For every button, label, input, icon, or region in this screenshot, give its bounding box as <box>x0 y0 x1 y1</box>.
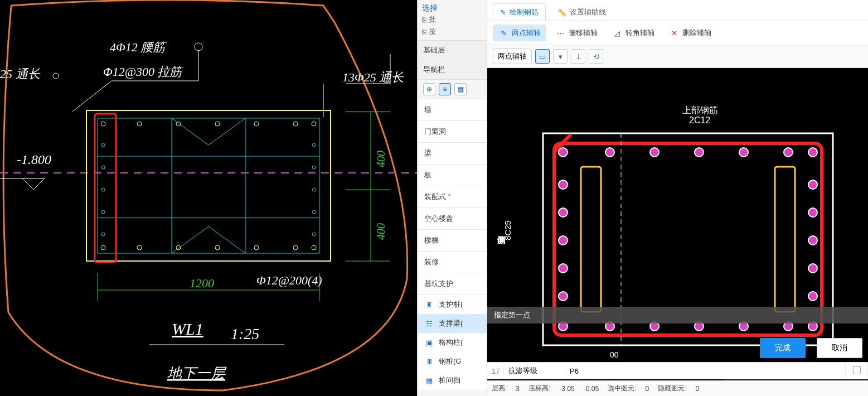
row-label: 抗渗等级 <box>504 363 565 379</box>
svg-point-35 <box>312 166 316 169</box>
floor-selector[interactable]: 基础层 <box>418 41 487 60</box>
cad-drawing: 4Φ12 腰筋 Φ12@300 拉筋 25 通长 13Φ25 通长 -1.800 <box>0 0 417 396</box>
view-tree-icon[interactable]: ⊕ <box>423 83 435 95</box>
snap-icon[interactable]: ⟲ <box>589 49 603 64</box>
draw-mode-toolbar: 两点辅轴 ▭ ▾ ⊥ ⟲ <box>487 45 868 68</box>
cat-wall[interactable]: 墙 <box>418 99 487 121</box>
svg-point-21 <box>312 122 316 126</box>
svg-point-15 <box>101 122 105 126</box>
toolbar-batch[interactable]: ⎘批 <box>422 15 482 25</box>
svg-text:13Φ25 通长: 13Φ25 通长 <box>342 70 404 84</box>
ok-button[interactable]: 完成 <box>760 338 806 358</box>
svg-point-77 <box>559 180 568 189</box>
command-prompt: 指定第一点 <box>487 307 868 323</box>
f-b-label: 底标高: <box>528 384 550 393</box>
svg-rect-39 <box>95 114 116 262</box>
svg-point-23 <box>137 245 142 250</box>
cat-opening[interactable]: 门窗洞 <box>418 121 487 143</box>
svg-point-25 <box>215 245 220 250</box>
select-rect-icon[interactable]: ▭ <box>535 49 550 64</box>
caret-icon[interactable]: ▾ <box>553 49 568 64</box>
svg-point-36 <box>312 188 316 191</box>
f-h-label: 层高: <box>492 384 507 393</box>
svg-rect-61 <box>581 167 601 312</box>
cat-finish[interactable]: 装修 <box>418 252 487 273</box>
svg-text:400: 400 <box>375 223 387 240</box>
aux-delete[interactable]: ✕删除辅轴 <box>663 25 717 41</box>
category-list: 墙 门窗洞 梁 板 装配式 空心楼盖 楼梯 装修 基坑支护 ♜支护桩( ☷支撑梁… <box>418 99 487 396</box>
svg-point-29 <box>101 143 105 147</box>
dialog-buttons: 完成 取消 <box>760 338 862 358</box>
offset-icon: ⋯ <box>555 29 565 37</box>
svg-point-0 <box>195 43 202 51</box>
toolbar-by[interactable]: ⎘按 <box>422 27 482 37</box>
grid-icon: ▦ <box>424 375 434 385</box>
lattice-icon: ▣ <box>424 337 434 347</box>
svg-point-69 <box>808 148 817 157</box>
row-value[interactable]: P6 <box>565 364 846 379</box>
svg-point-85 <box>808 264 817 273</box>
tab-draw-rebar[interactable]: ✎绘制钢筋 <box>493 3 546 21</box>
svg-point-19 <box>254 122 259 126</box>
view-grid-icon[interactable]: ▦ <box>454 83 467 95</box>
aux-corner[interactable]: ◿转角辅轴 <box>607 25 660 41</box>
editor-tabbar: ✎绘制钢筋 📏设置辅助线 <box>487 0 868 21</box>
sub-support-pile[interactable]: ♜支护桩( <box>418 295 487 314</box>
f-b-val2: -0.05 <box>584 385 599 393</box>
aux-offset[interactable]: ⋯偏移辅轴 <box>550 25 603 41</box>
cad-viewport[interactable]: 4Φ12 腰筋 Φ12@300 拉筋 25 通长 13Φ25 通长 -1.800 <box>0 0 417 396</box>
svg-point-67 <box>739 148 748 157</box>
svg-point-16 <box>137 122 142 126</box>
svg-point-83 <box>808 208 817 217</box>
batch-icon: ⎘ <box>422 16 426 24</box>
f-hid-val: 0 <box>695 385 699 393</box>
beam-icon: ☷ <box>424 318 434 329</box>
f-b-val1: -3.05 <box>559 385 574 393</box>
cat-hollow[interactable]: 空心楼盖 <box>418 208 487 230</box>
sub-pile-retain[interactable]: ▦桩间挡 <box>418 371 487 390</box>
svg-point-26 <box>254 245 259 250</box>
svg-text:Φ12@300 拉筋: Φ12@300 拉筋 <box>103 65 184 79</box>
mode-dropdown[interactable]: 两点辅轴 <box>493 49 532 64</box>
cat-beam[interactable]: 梁 <box>418 143 487 165</box>
select-label[interactable]: 选择 <box>422 3 482 13</box>
svg-text:8C25: 8C25 <box>503 220 512 240</box>
svg-rect-9 <box>86 110 331 261</box>
svg-text:4Φ12 腰筋: 4Φ12 腰筋 <box>110 40 167 54</box>
svg-point-34 <box>312 143 316 147</box>
row-number: 17 <box>487 364 504 379</box>
cat-pit[interactable]: 基坑支护 <box>418 273 487 295</box>
svg-point-78 <box>559 208 568 217</box>
svg-point-24 <box>176 245 181 250</box>
svg-point-32 <box>101 210 105 214</box>
sub-steel-pile[interactable]: Ⅲ钢桩(G <box>418 352 487 371</box>
svg-point-66 <box>695 148 704 157</box>
svg-point-86 <box>808 292 817 301</box>
svg-point-38 <box>312 233 316 236</box>
cat-prefab[interactable]: 装配式 <box>418 186 487 208</box>
cat-slab[interactable]: 板 <box>418 165 487 186</box>
row-checkbox-cell[interactable] <box>846 363 868 379</box>
by-icon: ⎘ <box>422 28 426 36</box>
cancel-button[interactable]: 取消 <box>817 338 862 358</box>
sub-support-beam[interactable]: ☷支撑梁( <box>418 314 487 333</box>
ruler-icon: 📏 <box>557 8 566 17</box>
svg-text:00: 00 <box>610 350 619 359</box>
cat-stair[interactable]: 楼梯 <box>418 230 487 252</box>
svg-point-84 <box>808 236 817 245</box>
view-list-icon[interactable]: ≡ <box>439 83 451 95</box>
svg-text:地下一层: 地下一层 <box>167 365 227 381</box>
perpendicular-icon[interactable]: ⊥ <box>571 49 585 64</box>
svg-point-30 <box>101 166 105 169</box>
svg-text:1200: 1200 <box>190 276 214 290</box>
tab-aux-line[interactable]: 📏设置辅助线 <box>550 3 613 21</box>
svg-point-22 <box>101 245 105 250</box>
svg-text:上部钢筋: 上部钢筋 <box>682 105 718 115</box>
aux-axis-toolbar: ✎两点辅轴 ⋯偏移辅轴 ◿转角辅轴 ✕删除辅轴 <box>487 21 868 45</box>
aux-two-point[interactable]: ✎两点辅轴 <box>493 25 546 41</box>
pencil-icon: ✎ <box>500 8 506 17</box>
sub-lattice-col[interactable]: ▣格构柱( <box>418 333 487 352</box>
svg-point-81 <box>559 292 568 301</box>
svg-point-82 <box>808 180 817 189</box>
svg-text:WL1: WL1 <box>172 320 203 338</box>
